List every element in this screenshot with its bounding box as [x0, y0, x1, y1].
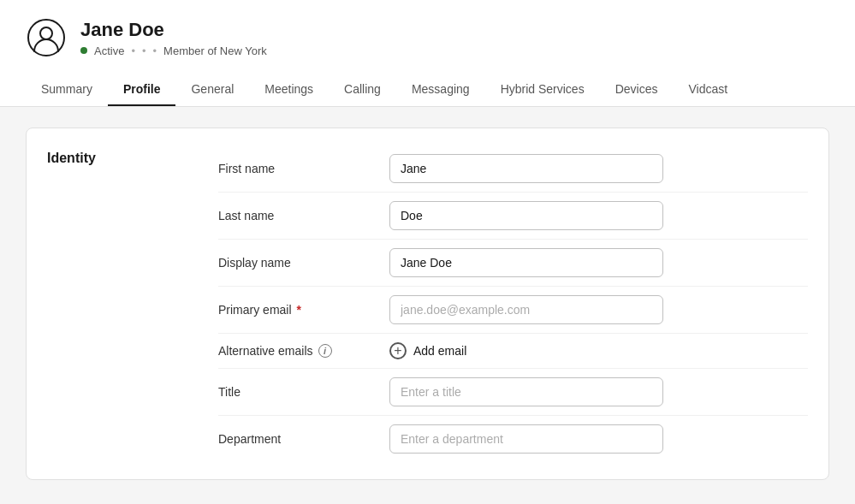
tab-meetings[interactable]: Meetings	[249, 74, 329, 106]
main-content: Identity First name Last name	[0, 107, 855, 501]
last-name-row: Last name	[218, 193, 808, 240]
last-name-label: Last name	[218, 209, 389, 222]
required-marker: *	[297, 303, 301, 317]
tab-vidcast[interactable]: Vidcast	[673, 74, 743, 106]
dot-separator-3: •	[153, 44, 157, 57]
plus-circle-icon: +	[389, 342, 407, 359]
title-input[interactable]	[389, 377, 663, 406]
first-name-label: First name	[218, 162, 389, 175]
title-input-wrapper	[389, 377, 663, 406]
department-label: Department	[218, 432, 389, 446]
primary-email-label: Primary email *	[218, 303, 389, 317]
display-name-input-wrapper	[389, 248, 663, 277]
user-info: Jane Doe Active • • • Member of New York	[26, 17, 829, 70]
member-of: Member of New York	[163, 44, 267, 57]
first-name-input-wrapper	[389, 154, 663, 183]
display-name-input[interactable]	[389, 248, 663, 277]
tab-bar: Summary Profile General Meetings Calling…	[26, 74, 829, 106]
dot-separator-1: •	[131, 44, 135, 57]
title-label: Title	[218, 385, 389, 399]
tab-summary[interactable]: Summary	[26, 74, 108, 106]
alternative-emails-row: Alternative emails i + Add email	[218, 334, 808, 369]
first-name-input[interactable]	[389, 154, 663, 183]
user-avatar-icon	[26, 17, 67, 58]
identity-fields: First name Last name Dis	[218, 145, 808, 462]
status-dot	[80, 47, 87, 54]
tab-profile[interactable]: Profile	[108, 74, 176, 106]
tab-devices[interactable]: Devices	[600, 74, 674, 106]
department-input[interactable]	[389, 424, 663, 454]
title-row: Title	[218, 369, 808, 416]
primary-email-row: Primary email *	[218, 287, 808, 334]
tab-messaging[interactable]: Messaging	[396, 74, 485, 106]
info-icon[interactable]: i	[318, 344, 332, 358]
department-row: Department	[218, 416, 808, 462]
primary-email-input-wrapper	[389, 295, 663, 324]
identity-section: Identity First name Last name	[27, 128, 828, 479]
user-details: Jane Doe Active • • • Member of New York	[80, 19, 267, 57]
identity-section-label: Identity	[47, 145, 218, 166]
user-name: Jane Doe	[80, 19, 267, 41]
alternative-emails-label: Alternative emails i	[218, 344, 389, 358]
user-meta: Active • • • Member of New York	[80, 44, 267, 57]
status-label: Active	[94, 44, 124, 57]
tab-calling[interactable]: Calling	[329, 74, 396, 106]
last-name-input-wrapper	[389, 201, 663, 230]
tab-hybrid-services[interactable]: Hybrid Services	[485, 74, 600, 106]
first-name-row: First name	[218, 145, 808, 193]
department-input-wrapper	[389, 424, 663, 454]
svg-point-1	[40, 27, 52, 39]
dot-separator-2: •	[142, 44, 146, 57]
last-name-input[interactable]	[389, 201, 663, 230]
add-email-label: Add email	[413, 344, 466, 358]
add-email-button[interactable]: + Add email	[389, 342, 663, 359]
display-name-label: Display name	[218, 256, 389, 270]
primary-email-input[interactable]	[389, 295, 663, 324]
identity-card: Identity First name Last name	[26, 127, 829, 480]
page-header: Jane Doe Active • • • Member of New York…	[0, 0, 855, 107]
add-email-wrapper: + Add email	[389, 342, 663, 359]
display-name-row: Display name	[218, 240, 808, 287]
tab-general[interactable]: General	[175, 74, 249, 106]
